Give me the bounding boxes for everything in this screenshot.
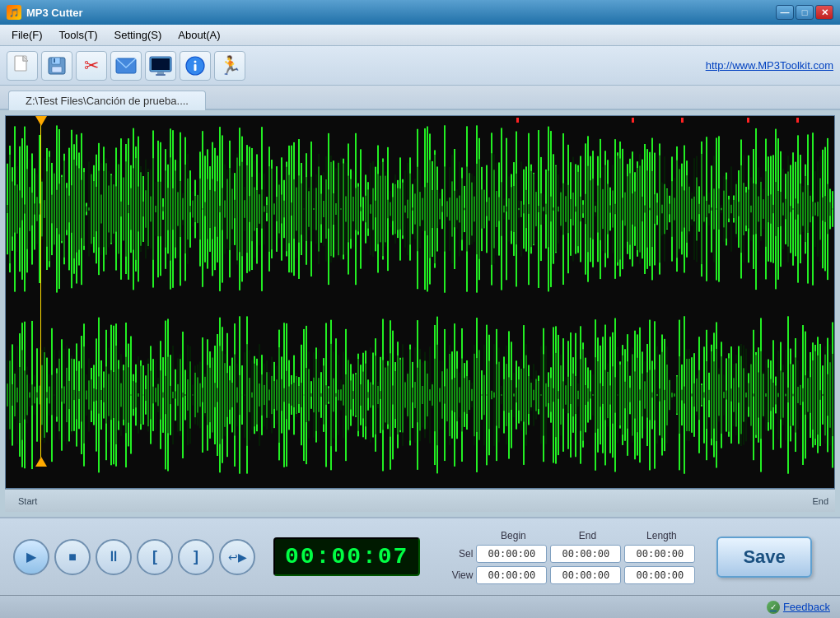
feedback-link[interactable]: ✓ Feedback [767,601,830,614]
waveform-canvas [6,116,834,488]
view-begin-input[interactable] [476,566,547,584]
tab-bar: Z:\Test Files\Canción de prueba.... [0,86,840,110]
waveform-area[interactable] [5,115,835,489]
waveform-container: Start End [0,110,840,517]
playhead-line [40,116,41,463]
svg-rect-3 [52,58,60,64]
transport-bar: ▶ ■ ⏸ [ ] ↩▶ 00:00:07 Begin End Length S… [0,517,840,595]
begin-col-header: Begin [476,530,550,541]
ruler-start-label: Start [18,496,37,506]
close-button[interactable]: ✕ [815,5,833,20]
toolbar-info-btn[interactable] [180,51,211,81]
minimize-button[interactable]: — [776,5,794,20]
end-col-header: End [550,530,624,541]
menu-tools[interactable]: Tools(T) [51,26,106,44]
sel-end-input[interactable] [550,545,621,563]
sel-length-input[interactable] [624,545,695,563]
sel-time-row: Sel [446,545,698,563]
playhead-top-marker [35,116,47,126]
toolbar-new-btn[interactable] [7,51,38,81]
toolbar-screen-btn[interactable] [145,51,176,81]
svg-point-12 [194,60,197,63]
view-time-row: View [446,566,698,584]
feedback-label: Feedback [783,601,830,613]
sel-begin-input[interactable] [476,545,547,563]
toolbar-website-link[interactable]: http://www.MP3Toolkit.com [706,59,833,72]
save-icon [47,56,67,76]
time-display: 00:00:07 [273,537,420,576]
svg-rect-5 [54,58,55,63]
playhead-bottom-marker [35,457,47,467]
sel-label: Sel [446,548,473,560]
file-tab[interactable]: Z:\Test Files\Canción de prueba.... [8,91,206,110]
toolbar-email-btn[interactable] [110,51,142,81]
begin-sel-button[interactable]: [ [137,539,173,575]
view-label: View [446,569,473,581]
timeline-ruler: Start End [5,489,835,512]
toolbar-cut-btn[interactable]: ✂ [76,51,107,81]
ruler-end-label: End [812,496,828,506]
new-file-icon [13,55,31,77]
footer: ✓ Feedback [0,595,840,618]
end-sel-button[interactable]: ] [178,539,214,575]
app-icon: 🎵 [7,5,21,20]
svg-rect-10 [156,74,166,76]
svg-rect-13 [194,64,197,71]
view-end-input[interactable] [550,566,621,584]
email-icon [115,58,137,74]
menu-about[interactable]: About(A) [170,26,228,44]
time-fields-panel: Begin End Length Sel View [446,530,698,584]
stop-button[interactable]: ■ [54,539,91,575]
window-title: MP3 Cutter [26,7,776,19]
save-button[interactable]: Save [716,537,811,578]
svg-rect-4 [52,67,62,72]
toolbar: ✂ 🏃 http://www.MP3Toolkit.com [0,46,840,86]
length-col-header: Length [624,530,698,541]
time-headers: Begin End Length [446,530,698,541]
menu-bar: File(F) Tools(T) Setting(S) About(A) [0,25,840,46]
loop-button[interactable]: ↩▶ [219,539,255,575]
pause-button[interactable]: ⏸ [96,539,132,575]
title-bar: 🎵 MP3 Cutter — □ ✕ [0,0,840,25]
menu-settings[interactable]: Setting(S) [106,26,170,44]
screen-icon [149,56,172,76]
toolbar-run-btn[interactable]: 🏃 [214,51,245,81]
play-button[interactable]: ▶ [13,539,49,575]
toolbar-save-btn[interactable] [41,51,72,81]
view-length-input[interactable] [624,566,695,584]
window-controls: — □ ✕ [776,5,833,20]
info-icon [184,55,206,77]
svg-rect-8 [152,58,170,70]
menu-file[interactable]: File(F) [3,26,51,44]
svg-rect-9 [157,72,164,74]
maximize-button[interactable]: □ [796,5,814,20]
feedback-icon: ✓ [767,601,780,614]
